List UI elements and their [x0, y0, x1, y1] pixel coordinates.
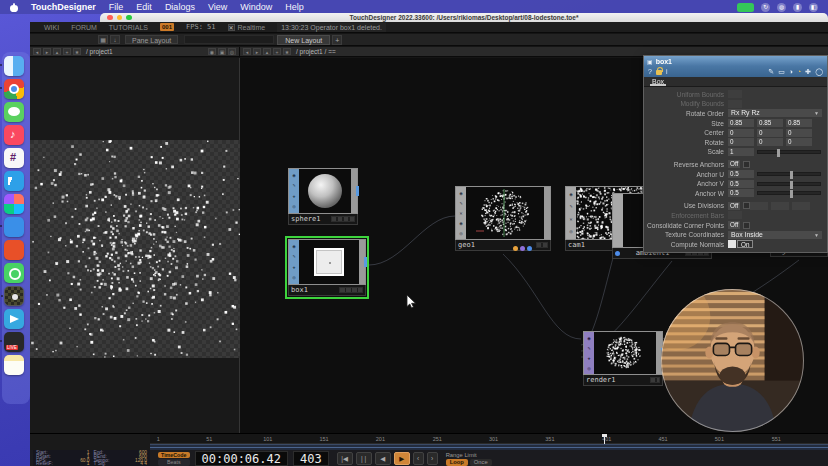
- dock-messages-icon[interactable]: [4, 102, 24, 122]
- anchor-w-slider[interactable]: [757, 191, 821, 195]
- dock-vscode-icon[interactable]: [4, 171, 24, 191]
- viewer-icon[interactable]: ◉: [292, 173, 295, 178]
- bypass-icon[interactable]: ◎: [459, 231, 462, 236]
- viewer-icon[interactable]: ◉: [292, 244, 295, 249]
- node-box1[interactable]: ◉✎✚◎ box1: [288, 239, 366, 296]
- viewer-flag-icon[interactable]: ◉: [208, 48, 216, 55]
- node-flag-dot[interactable]: [513, 246, 518, 251]
- node-name-bar[interactable]: render1: [583, 375, 663, 386]
- node-flags[interactable]: [650, 377, 660, 383]
- sync-status-icon[interactable]: ↻: [761, 3, 770, 12]
- timeline-info-block[interactable]: Start:1 End:600 RStart:1 REnd:600 FPS:60…: [33, 450, 150, 466]
- bypass-icon[interactable]: ◎: [292, 204, 295, 209]
- realtime-toggle[interactable]: ✕ Realtime: [228, 24, 266, 31]
- add-icon[interactable]: ✚: [805, 67, 811, 76]
- node-icon-strip[interactable]: ◉✎✕◎: [566, 187, 576, 239]
- menu-view[interactable]: View: [208, 2, 227, 12]
- param-field[interactable]: [728, 100, 742, 108]
- texture-coordinates-dropdown[interactable]: Box Inside▼: [728, 231, 822, 239]
- time-icon[interactable]: ◔: [797, 67, 801, 76]
- cook-indicator-badge[interactable]: 001: [160, 23, 174, 31]
- beats-mode-button[interactable]: Beats: [158, 459, 190, 466]
- layout-slot[interactable]: [184, 35, 274, 44]
- edit-icon[interactable]: ✎: [292, 254, 295, 259]
- viewer-icon[interactable]: ◉: [459, 191, 462, 196]
- bypass-icon[interactable]: ◎: [292, 275, 295, 280]
- bypass-icon[interactable]: ◎: [569, 229, 572, 234]
- dock-whatsapp-icon[interactable]: [4, 263, 24, 283]
- enforcement-bars-field[interactable]: [728, 211, 742, 219]
- node-name-bar[interactable]: box1: [288, 285, 366, 296]
- use-divisions-toggle[interactable]: Off: [728, 202, 740, 210]
- divisions-z-field[interactable]: [792, 202, 810, 210]
- up-icon[interactable]: ▴: [263, 48, 271, 55]
- rotate-z-field[interactable]: 0: [786, 138, 812, 146]
- divisions-x-field[interactable]: [750, 202, 768, 210]
- tutorials-link[interactable]: TUTORIALS: [109, 24, 148, 31]
- dock-slack-icon[interactable]: [4, 148, 24, 168]
- pane-layout-button[interactable]: Pane Layout: [125, 35, 178, 44]
- expression-icon[interactable]: ✎: [768, 67, 774, 76]
- node-flags[interactable]: [536, 242, 548, 248]
- lock-pane-icon[interactable]: ◎: [228, 48, 236, 55]
- new-layout-tab[interactable]: New Layout: [277, 35, 330, 45]
- jump-to-start-button[interactable]: |◀: [337, 452, 353, 465]
- lock-icon[interactable]: [656, 70, 662, 75]
- center-x-field[interactable]: 0: [728, 129, 754, 137]
- size-z-field[interactable]: 0.85: [786, 119, 812, 127]
- contrast-icon[interactable]: ◑: [789, 67, 793, 76]
- center-y-field[interactable]: 0: [757, 129, 783, 137]
- control-center-icon[interactable]: ◧: [809, 3, 818, 12]
- anchor-w-field[interactable]: 0.5: [728, 189, 754, 197]
- node-name-bar[interactable]: sphere1: [288, 214, 358, 225]
- step-back-button[interactable]: ‹: [413, 452, 424, 465]
- pin-icon[interactable]: ◯: [815, 67, 823, 76]
- top-viewer-pane[interactable]: [30, 58, 240, 433]
- node-icon-strip[interactable]: ◉✎✚◎: [289, 169, 299, 213]
- output-connector[interactable]: [356, 186, 359, 196]
- dock-music-icon[interactable]: [4, 125, 24, 145]
- anchor-u-field[interactable]: 0.5: [728, 170, 754, 178]
- close-icon[interactable]: ✕: [569, 217, 572, 222]
- add-icon[interactable]: ✚: [587, 356, 590, 361]
- add-icon[interactable]: +: [63, 48, 71, 55]
- edit-icon[interactable]: ✎: [569, 204, 572, 209]
- menu-help[interactable]: Help: [285, 2, 304, 12]
- tab-box[interactable]: Box: [650, 77, 666, 86]
- size-x-field[interactable]: 0.85: [728, 119, 754, 127]
- right-pane-path[interactable]: / project1 / ==: [296, 48, 336, 55]
- timeline-ruler[interactable]: 1 51 101 151 201 251 301 351 401 451 501…: [150, 434, 828, 444]
- add-icon[interactable]: ✚: [292, 265, 295, 270]
- forward-icon[interactable]: ▸: [253, 48, 261, 55]
- add-layout-button[interactable]: +: [332, 35, 342, 45]
- back-icon[interactable]: ◂: [33, 48, 41, 55]
- anchor-u-slider[interactable]: [757, 172, 821, 176]
- comment-icon[interactable]: ▭: [778, 67, 785, 76]
- timecode-mode-button[interactable]: TimeCode: [158, 452, 190, 459]
- particle-top-viewer[interactable]: [30, 140, 240, 358]
- once-button[interactable]: Once: [470, 459, 492, 466]
- menu-app-name[interactable]: TouchDesigner: [31, 2, 96, 12]
- forward-icon[interactable]: ▸: [43, 48, 51, 55]
- viewer-icon[interactable]: ◉: [569, 192, 572, 197]
- size-y-field[interactable]: 0.85: [757, 119, 783, 127]
- node-flags[interactable]: [339, 287, 363, 293]
- screen-record-status-icon[interactable]: [737, 3, 754, 12]
- node-icon-strip[interactable]: ◉✎✚◎: [584, 332, 594, 374]
- node-icon-strip[interactable]: ◉✎✕◉◎: [456, 187, 466, 239]
- consolidate-corner-points-toggle[interactable]: Off: [728, 221, 740, 229]
- anchor-v-slider[interactable]: [757, 182, 821, 186]
- node-sphere1[interactable]: ◉✎✚◎ sphere1: [288, 168, 358, 225]
- close-icon[interactable]: ✕: [459, 211, 462, 216]
- edit-icon[interactable]: ✎: [459, 201, 462, 206]
- apple-menu-icon[interactable]: [10, 3, 18, 12]
- parameter-dialog[interactable]: ▣ box1 ? i ✎ ▭ ◑ ◔ ✚ ◯ Box Uniform Bound…: [643, 55, 828, 253]
- compute-normals-checkbox[interactable]: [728, 240, 736, 248]
- play-button[interactable]: ▶: [394, 452, 410, 465]
- left-pane-path[interactable]: / project1: [86, 48, 113, 55]
- dock-touchdesigner-icon[interactable]: [4, 286, 24, 306]
- pause-button[interactable]: | |: [356, 452, 372, 465]
- step-forward-button[interactable]: ›: [427, 452, 438, 465]
- rotate-x-field[interactable]: 0: [728, 138, 754, 146]
- menu-dialogs[interactable]: Dialogs: [165, 2, 195, 12]
